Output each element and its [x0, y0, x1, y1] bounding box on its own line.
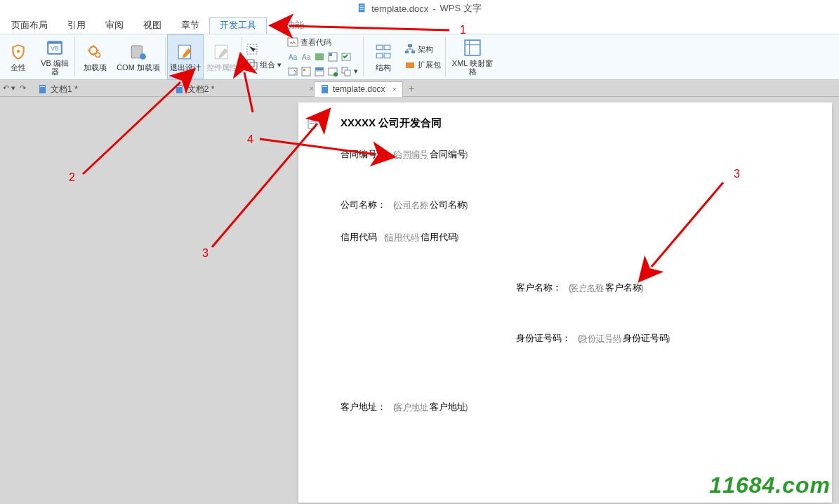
tab-review[interactable]: 审阅 [95, 17, 133, 34]
xml-icon [463, 38, 482, 58]
svg-rect-1 [360, 5, 364, 6]
doc-title: XXXXX 公司开发合同 [341, 117, 790, 130]
btn-select-control[interactable] [246, 42, 282, 56]
watermark: 11684.com [709, 472, 831, 498]
doctab-1[interactable]: 文档2 * [169, 81, 221, 97]
document-page[interactable]: XXXXX 公司开发合同 合同编号： 合同编号合同编号 公司名称： 公司名称公司… [298, 102, 832, 503]
shield-icon [8, 42, 28, 62]
btn-vb-editor[interactable]: VB VB 编辑器 [37, 34, 73, 79]
svg-point-4 [17, 50, 20, 53]
svg-rect-50 [310, 121, 314, 121]
redo-icon[interactable]: ↷ [20, 84, 26, 93]
btn-addin[interactable]: 加载项 [77, 34, 113, 79]
svg-rect-45 [176, 85, 183, 93]
svg-rect-3 [360, 8, 364, 9]
doc-icon [357, 3, 367, 15]
svg-point-11 [140, 53, 146, 60]
tab-view[interactable]: 视图 [133, 17, 171, 34]
svg-rect-36 [376, 53, 383, 58]
ribbon: 全性 VB VB 编辑器 加载项 COM 加载项 退出设计 控件属性 组合▾ <… [0, 34, 839, 80]
code-icon: VB [45, 38, 65, 58]
tab-page-layout[interactable]: 页面布局 [1, 17, 58, 34]
btn-structure[interactable]: 结构 [365, 34, 402, 79]
title-sep: - [432, 4, 435, 14]
tab-chapter[interactable]: 章节 [171, 17, 209, 34]
svg-rect-23 [329, 53, 332, 56]
btn-com-addin[interactable]: COM 加载项 [113, 34, 164, 79]
svg-rect-37 [384, 53, 390, 58]
svg-rect-51 [310, 123, 314, 124]
field-customer-name: 客户名称： 客户名称客户名称 [516, 280, 790, 296]
row-control-icons-2[interactable]: ▾ [287, 65, 359, 78]
svg-text:</>: </> [290, 41, 296, 45]
svg-rect-21 [315, 53, 324, 60]
new-tab-button[interactable]: + [403, 83, 420, 94]
btn-security[interactable]: 全性 [0, 34, 37, 79]
title-file: template.docx [371, 4, 428, 14]
svg-rect-44 [40, 86, 45, 87]
field-customer-addr: 客户地址： 客户地址客户地址 [341, 399, 790, 415]
svg-rect-28 [315, 67, 324, 70]
doctab-2[interactable]: template.docx × [314, 81, 403, 97]
pencil-icon [176, 42, 195, 62]
titlebar: template.docx - WPS 文字 [0, 0, 839, 17]
control-id-number[interactable]: 身份证号码身份证号码 [575, 331, 673, 346]
svg-rect-38 [408, 44, 412, 47]
svg-rect-35 [384, 45, 390, 50]
row-control-icons-1[interactable]: Aa Aa [287, 51, 359, 64]
btn-xml-map[interactable]: XML 映射窗格 [447, 34, 498, 79]
field-company-name: 公司名称： 公司名称公司名称 [341, 197, 790, 213]
title-app: WPS 文字 [440, 2, 482, 15]
quick-access: ↶ ▾ ↷ [3, 84, 32, 93]
btn-control-props: 控件属性 [204, 34, 240, 79]
btn-exit-design[interactable]: 退出设计 [167, 34, 204, 79]
svg-point-9 [95, 53, 100, 58]
svg-rect-2 [360, 7, 364, 8]
group-schema: 架构 扩展包 [402, 34, 444, 79]
svg-rect-16 [250, 62, 257, 69]
btn-view-code[interactable]: </>查看代码 [287, 36, 359, 49]
field-credit-code: 信用代码 信用代码信用代码 [341, 230, 790, 245]
undo-icon[interactable]: ↶ ▾ [3, 84, 15, 93]
workspace: XXXXX 公司开发合同 合同编号： 合同编号合同编号 公司名称： 公司名称公司… [0, 97, 839, 504]
structure-icon [374, 42, 393, 62]
tab-reference[interactable]: 引用 [58, 17, 95, 34]
btn-ext-pack[interactable]: 扩展包 [404, 58, 441, 72]
properties-icon [212, 42, 232, 62]
doctab-0[interactable]: 文档1 * [32, 81, 84, 97]
svg-rect-33 [345, 70, 350, 76]
svg-rect-40 [411, 51, 415, 53]
control-contract-no[interactable]: 合同编号合同编号 [390, 147, 471, 162]
svg-rect-34 [376, 45, 383, 50]
svg-rect-46 [177, 86, 182, 87]
close-tab-icon[interactable]: × [392, 85, 397, 93]
btn-schema[interactable]: 架构 [404, 42, 441, 56]
svg-rect-47 [322, 85, 328, 93]
svg-rect-42 [465, 40, 480, 55]
tab-all-features[interactable]: 全功能 [267, 17, 314, 34]
group-controls-col1: 组合▾ [244, 34, 284, 79]
svg-point-31 [333, 72, 338, 77]
page-doc-icon [307, 118, 318, 131]
control-customer-name[interactable]: 客户名称客户名称 [566, 280, 647, 296]
tab-developer[interactable]: 开发工具 [209, 17, 267, 34]
btn-group[interactable]: 组合▾ [246, 58, 282, 72]
control-customer-addr[interactable]: 客户地址客户地址 [390, 399, 471, 415]
field-id-number: 身份证号码： 身份证号码身份证号码 [516, 331, 790, 346]
svg-text:VB: VB [51, 45, 59, 52]
gear-icon [85, 42, 105, 62]
group-controls-col2: </>查看代码 Aa Aa ▾ [284, 34, 362, 79]
svg-rect-29 [315, 71, 324, 76]
svg-rect-15 [247, 60, 254, 67]
svg-rect-48 [322, 86, 327, 87]
svg-text:Aa: Aa [289, 53, 298, 61]
svg-rect-27 [303, 69, 305, 71]
svg-rect-39 [405, 51, 409, 53]
field-contract-no: 合同编号： 合同编号合同编号 [341, 147, 790, 162]
control-credit-code[interactable]: 信用代码信用代码 [381, 230, 462, 245]
svg-rect-41 [406, 62, 414, 68]
document-tabs: ↶ ▾ ↷ 文档1 * 文档2 * × template.docx × + [0, 80, 839, 97]
puzzle-icon [128, 42, 148, 62]
control-company-name[interactable]: 公司名称公司名称 [390, 197, 471, 213]
svg-rect-43 [39, 85, 46, 93]
